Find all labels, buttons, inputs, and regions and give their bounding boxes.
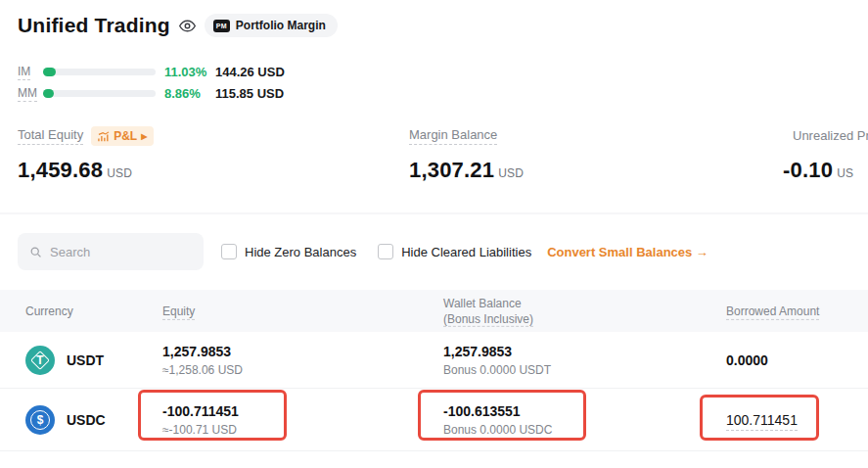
pnl-label: P&L (114, 129, 137, 143)
equity-usd-estimate: ≈1,258.06 USD (162, 363, 243, 377)
usdc-icon: $ (25, 405, 55, 435)
total-equity-label[interactable]: Total Equity (18, 127, 83, 145)
total-equity-card: Total Equity P&L ▶ 1,459.68USD (18, 125, 154, 183)
table-row-usdc[interactable]: $ USDC -100.711451 ≈-100.71 USD -100.613… (0, 389, 868, 451)
balances-table: Currency Equity Wallet Balance (Bonus In… (0, 290, 868, 451)
im-value: 144.26 USD (215, 65, 285, 79)
table-header-row: Currency Equity Wallet Balance (Bonus In… (0, 290, 868, 332)
margin-balance-label[interactable]: Margin Balance (409, 127, 497, 145)
wallet-bonus: Bonus 0.0000 USDT (443, 363, 551, 377)
pnl-button[interactable]: P&L ▶ (91, 126, 154, 146)
portfolio-margin-label: Portfolio Margin (236, 19, 326, 32)
mm-label: MM (18, 86, 41, 100)
portfolio-margin-badge[interactable]: PM Portfolio Margin (205, 14, 338, 37)
eye-icon[interactable] (179, 18, 196, 34)
equity-cell: 1,257.9853 ≈1,258.06 USD (162, 344, 243, 377)
currency-cell: T USDT (25, 346, 104, 375)
im-percent: 11.03% (164, 65, 209, 79)
column-header-borrowed-amount[interactable]: Borrowed Amount (726, 303, 819, 318)
wallet-balance-cell: 1,257.9853 Bonus 0.0000 USDT (443, 344, 551, 377)
column-header-currency: Currency (25, 303, 73, 318)
hide-zero-balances-group: Hide Zero Balances (221, 244, 356, 259)
equity-usd-estimate: ≈-100.71 USD (162, 423, 239, 437)
mm-progress-fill (43, 89, 54, 98)
mm-ratio-row: MM 8.86% 115.85 USD (18, 82, 285, 104)
im-label: IM (18, 65, 41, 78)
page-header: Unified Trading PM Portfolio Margin (18, 14, 338, 37)
borrowed-amount-value[interactable]: 100.711451 (726, 412, 798, 431)
im-ratio-row: IM 11.03% 144.26 USD (18, 61, 285, 82)
mm-progress-bar (43, 90, 156, 97)
unrealized-pnl-unit: US (837, 166, 853, 180)
hide-zero-balances-label[interactable]: Hide Zero Balances (245, 245, 356, 259)
margin-balance-unit: USD (498, 166, 524, 180)
wallet-bonus: Bonus 0.0000 USDC (443, 423, 552, 437)
borrowed-amount-cell: 100.711451 (726, 411, 798, 429)
im-progress-fill (43, 68, 56, 76)
total-equity-unit: USD (107, 166, 132, 180)
hide-cleared-liabilities-checkbox[interactable] (378, 244, 393, 259)
wallet-balance-value: -100.613551 (443, 403, 552, 419)
portfolio-margin-icon: PM (213, 20, 230, 32)
hide-cleared-liabilities-group: Hide Cleared Liabilities (378, 244, 531, 259)
table-row-usdt[interactable]: T USDT 1,257.9853 ≈1,258.06 USD 1,257.98… (0, 332, 868, 389)
borrowed-amount-cell: 0.0000 (726, 352, 768, 368)
margin-ratio-section: IM 11.03% 144.26 USD MM 8.86% 115.85 USD (18, 61, 285, 104)
margin-balance-card: Margin Balance 1,307.21USD (409, 125, 524, 183)
borrowed-amount-value: 0.0000 (726, 352, 768, 368)
filter-bar: Hide Zero Balances Hide Cleared Liabilit… (18, 233, 708, 270)
unrealized-pnl-value: -0.10US (783, 158, 868, 183)
column-header-equity[interactable]: Equity (162, 303, 195, 318)
currency-name: USDT (67, 352, 104, 368)
currency-name: USDC (67, 412, 106, 428)
equity-value: 1,257.9853 (162, 344, 243, 359)
wallet-balance-cell: -100.613551 Bonus 0.0000 USDC (443, 403, 552, 437)
usdt-icon: T (25, 346, 55, 375)
search-input[interactable] (50, 245, 192, 259)
chart-icon (98, 131, 110, 142)
im-progress-bar (43, 69, 156, 75)
page-title: Unified Trading (18, 14, 170, 37)
equity-value: -100.711451 (162, 403, 239, 419)
search-box[interactable] (18, 233, 204, 270)
section-divider (0, 212, 868, 214)
convert-small-balances-link[interactable]: Convert Small Balances → (547, 245, 708, 259)
margin-balance-value: 1,307.21USD (409, 158, 524, 183)
mm-percent: 8.86% (164, 86, 209, 101)
unified-trading-page: Unified Trading PM Portfolio Margin IM 1… (0, 0, 868, 468)
chevron-right-icon: ▶ (141, 132, 147, 141)
hide-zero-balances-checkbox[interactable] (221, 244, 237, 259)
equity-cell: -100.711451 ≈-100.71 USD (162, 403, 239, 437)
search-icon (29, 245, 42, 259)
unrealized-pnl-card: Unrealized Pr -0.10US (783, 125, 868, 183)
hide-cleared-liabilities-label[interactable]: Hide Cleared Liabilities (401, 245, 531, 259)
column-header-wallet-balance[interactable]: Wallet Balance (Bonus Inclusive) (443, 295, 533, 326)
wallet-balance-value: 1,257.9853 (443, 344, 551, 359)
unrealized-pnl-label: Unrealized Pr (793, 128, 868, 145)
currency-cell: $ USDC (25, 405, 106, 435)
mm-value: 115.85 USD (215, 86, 284, 101)
total-equity-value: 1,459.68USD (18, 158, 154, 183)
